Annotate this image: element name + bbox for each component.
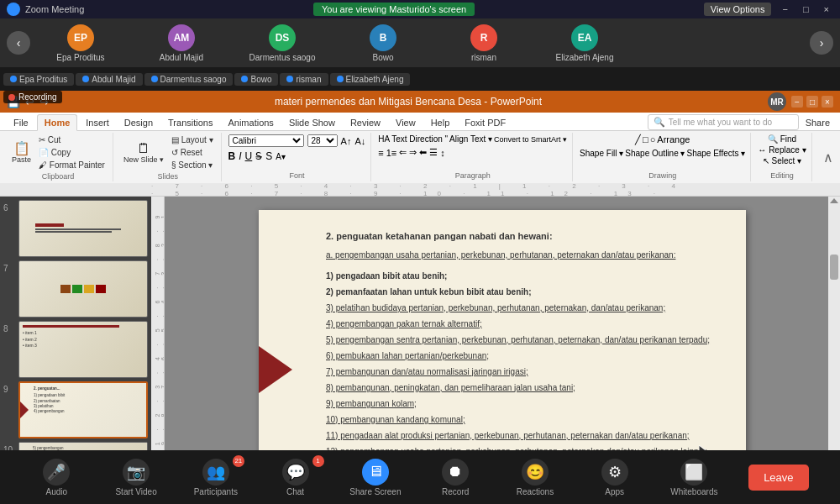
font-color-btn[interactable]: A▾ (276, 152, 286, 161)
tab-slideshow[interactable]: Slide Show (282, 115, 342, 130)
tab-help[interactable]: Help (424, 115, 457, 130)
close-btn[interactable]: × (820, 3, 833, 15)
font-decrease-btn[interactable]: A↓ (354, 136, 365, 146)
nav-left-arrow[interactable]: ‹ (7, 31, 30, 55)
participant-abdul[interactable]: AM Abdul Majid (131, 21, 232, 66)
slide-preview-8[interactable]: • item 1• item 2• item 3 (18, 321, 148, 378)
tab-view[interactable]: View (389, 115, 423, 130)
bullets-btn[interactable]: ≡ (378, 148, 383, 158)
thumb-risman[interactable]: risman (280, 73, 328, 86)
italic-btn[interactable]: I (239, 150, 241, 162)
tab-insert[interactable]: Insert (79, 115, 116, 130)
slide-preview-7[interactable] (18, 260, 148, 318)
font-family-select[interactable]: Calibri (228, 134, 304, 147)
nav-right-arrow[interactable]: › (810, 31, 833, 55)
slide-thumb-9[interactable]: 9 2. penguatan... 1) pengadaan bibit 2) … (3, 381, 148, 438)
ppt-restore-btn[interactable]: □ (806, 96, 818, 108)
tab-foxitpdf[interactable]: Foxit PDF (458, 115, 512, 130)
slide-thumb-6[interactable]: 6 (3, 200, 148, 257)
video-btn[interactable]: 📷 Start Video (111, 459, 161, 496)
copy-btn[interactable]: 📄 Copy (36, 147, 108, 158)
reset-btn[interactable]: ↺ Reset (169, 147, 216, 158)
indent-increase-btn[interactable]: ⇒ (409, 147, 417, 158)
shape-line-btn[interactable]: ╱ (635, 134, 641, 145)
tab-review[interactable]: Review (344, 115, 387, 130)
thumb-epa[interactable]: Epa Proditus (3, 73, 74, 86)
maximize-btn[interactable]: □ (799, 3, 813, 15)
tab-transitions[interactable]: Transitions (161, 115, 219, 130)
arrange-btn[interactable]: Arrange (657, 134, 690, 145)
cut-btn[interactable]: ✂ Cut (36, 134, 108, 145)
format-painter-btn[interactable]: 🖌 Format Painter (36, 160, 108, 171)
indent-decrease-btn[interactable]: ⇐ (399, 147, 407, 158)
apps-icon: ⚙ (601, 459, 628, 486)
search-placeholder[interactable]: Tell me what you want to do (669, 118, 772, 127)
tab-home[interactable]: Home (37, 114, 78, 131)
tab-file[interactable]: File (7, 115, 35, 130)
shape-oval-btn[interactable]: ○ (650, 134, 656, 145)
thumb-darmentus[interactable]: Darmentus saogo (144, 73, 234, 86)
bold-btn[interactable]: B (228, 150, 236, 162)
ribbon-collapse-btn[interactable]: ∧ (823, 150, 833, 165)
share-btn[interactable]: Share (806, 118, 830, 128)
name-epa: Epa Proditus (56, 53, 104, 62)
participants-btn[interactable]: 👥 21 Participants (191, 459, 241, 496)
line-spacing-btn[interactable]: ↕ (440, 148, 445, 158)
align-left-btn[interactable]: ⬅ (419, 147, 427, 158)
participant-risman[interactable]: R risman (433, 21, 534, 66)
strikethrough-btn[interactable]: S̶ (255, 150, 262, 162)
slide-item-7: 7) pembangunan dan/atau normalisasi jari… (326, 365, 712, 379)
section-btn[interactable]: § Section ▾ (169, 160, 216, 171)
ribbon-group-drawing: ╱ □ ○ Arrange Shape Fill ▾ Shape Outline… (575, 133, 751, 181)
shape-fill-btn[interactable]: Shape Fill ▾ (580, 149, 623, 158)
participant-epa[interactable]: EP Epa Proditus (30, 21, 131, 66)
ppt-window: 💾 ↩ ↪ materi permendes dan Mitigasi Benc… (0, 91, 840, 450)
shape-outline-btn[interactable]: Shape Outline ▾ (625, 149, 685, 158)
share-screen-btn[interactable]: 🖥 Share Screen (349, 459, 401, 496)
chat-btn[interactable]: 💬 1 Chat (270, 459, 321, 496)
underline-btn[interactable]: U (245, 150, 253, 162)
thumb-abdul[interactable]: Abdul Majid (76, 73, 142, 86)
font-size-select[interactable]: 28 (307, 134, 338, 147)
tab-design[interactable]: Design (118, 115, 160, 130)
font-increase-btn[interactable]: A↑ (341, 136, 352, 146)
leave-btn[interactable]: Leave (748, 465, 808, 491)
participant-bowo[interactable]: B Bowo (333, 21, 433, 66)
whiteboards-btn[interactable]: ⬜ Whiteboards (669, 459, 719, 496)
thumb-elizabeth[interactable]: Elizabeth Ajeng (330, 73, 411, 86)
text-direction-btn[interactable]: HA Text Direction " (378, 134, 448, 144)
slide-preview-6[interactable] (18, 200, 148, 257)
slide-thumb-8[interactable]: 8 • item 1• item 2• item 3 (3, 321, 148, 378)
replace-btn[interactable]: ↔ Replace ▾ (758, 145, 806, 155)
apps-btn[interactable]: ⚙ Apps (590, 459, 640, 496)
audio-btn[interactable]: 🎤 Audio (31, 459, 81, 496)
ppt-minimize-btn[interactable]: − (791, 96, 803, 108)
slide-preview-9[interactable]: 2. penguatan... 1) pengadaan bibit 2) pe… (18, 381, 148, 438)
align-center-btn[interactable]: ☰ (429, 147, 438, 158)
shape-effects-btn[interactable]: Shape Effects ▾ (687, 149, 746, 158)
participant-elizabeth[interactable]: EA Elizabeth Ajeng (534, 21, 635, 66)
convert-smartart-btn[interactable]: Convert to SmartArt ▾ (494, 135, 567, 144)
scroll-up-btn[interactable] (830, 198, 838, 203)
reactions-btn[interactable]: 😊 Reactions (510, 459, 560, 496)
minimize-btn[interactable]: − (778, 3, 791, 15)
view-options-btn[interactable]: View Options (704, 3, 772, 16)
shadow-btn[interactable]: S (265, 150, 272, 162)
select-btn[interactable]: ↖ Select ▾ (763, 156, 801, 165)
thumbnails-bar: Epa Proditus Abdul Majid Darmentus saogo… (0, 67, 840, 91)
tab-animations[interactable]: Animations (221, 115, 280, 130)
participant-darmentus[interactable]: DS Darmentus saogo (232, 21, 333, 66)
layout-btn[interactable]: ▤ Layout ▾ (169, 134, 216, 145)
new-slide-btn[interactable]: 🗒 New Slide ▾ (120, 140, 167, 165)
thumb-bowo[interactable]: Bowo (234, 73, 278, 86)
slide-thumb-7[interactable]: 7 (3, 260, 148, 318)
record-btn[interactable]: ⏺ Record (430, 459, 480, 496)
numbering-btn[interactable]: 1≡ (386, 148, 397, 158)
vertical-scrollbar[interactable] (828, 197, 840, 462)
paste-btn[interactable]: 📋 Paste (8, 140, 34, 165)
shape-rect-btn[interactable]: □ (643, 134, 648, 145)
ppt-close-btn[interactable]: × (822, 96, 833, 108)
scroll-thumb[interactable] (830, 255, 838, 280)
align-text-btn[interactable]: Align Text ▾ (449, 134, 492, 144)
find-btn[interactable]: 🔍 Find (768, 134, 796, 144)
